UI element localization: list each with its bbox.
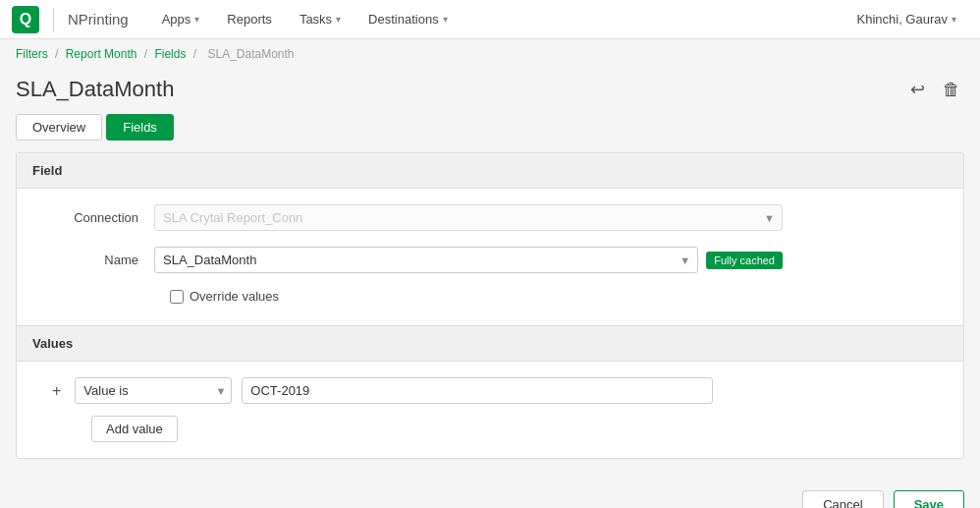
page-header: SLA_DataMonth ↩ 🗑 [0,69,980,114]
user-arrow-icon: ▾ [952,14,956,25]
override-label: Override values [190,289,279,304]
connection-select[interactable]: SLA Crytal Report_Conn [154,204,783,231]
connection-row: Connection SLA Crytal Report_Conn ▼ [36,204,944,231]
tabs: Overview Fields [0,114,980,141]
user-menu[interactable]: Khinchi, Gaurav ▾ [845,12,969,27]
breadcrumb-filters[interactable]: Filters [16,47,48,61]
nav-tasks[interactable]: Tasks ▾ [286,0,354,38]
brand: Q NPrinting [12,6,129,33]
cancel-button[interactable]: Cancel [802,490,883,508]
breadcrumb: Filters / Report Month / Fields / SLA_Da… [0,39,980,69]
nav-apps[interactable]: Apps ▾ [148,0,214,38]
override-row: Override values [170,289,944,304]
add-value-button[interactable]: Add value [91,416,178,442]
value-input[interactable] [242,377,713,404]
tasks-arrow-icon: ▾ [336,14,341,25]
tab-fields[interactable]: Fields [106,114,174,141]
save-button[interactable]: Save [894,490,964,508]
back-icon: ↩ [910,79,925,100]
brand-divider [53,8,54,31]
value-condition-select[interactable]: Value is [75,377,232,404]
override-checkbox[interactable] [170,290,184,304]
breadcrumb-report-month[interactable]: Report Month [66,47,137,61]
connection-label: Connection [36,210,154,225]
tab-overview[interactable]: Overview [16,114,102,141]
values-body: + Value is ▼ Add value [17,362,963,458]
nav-items: Apps ▾ Reports Tasks ▾ Destinations ▾ [148,0,845,38]
values-section-header: Values [17,326,963,362]
apps-arrow-icon: ▾ [194,14,199,25]
name-label: Name [36,253,154,267]
destinations-arrow-icon: ▾ [443,14,448,25]
header-actions: ↩ 🗑 [906,75,964,104]
add-value-icon: + [52,382,61,400]
name-select-wrapper: SLA_DataMonth ▼ [154,247,698,273]
back-button[interactable]: ↩ [906,75,929,104]
nav-destinations[interactable]: Destinations ▾ [354,0,462,38]
field-section-header: Field [17,153,963,189]
cached-badge: Fully cached [706,252,783,269]
name-select[interactable]: SLA_DataMonth [154,247,698,273]
content-panel: Field Connection SLA Crytal Report_Conn … [16,152,964,459]
name-field-group: SLA_DataMonth ▼ Fully cached [154,247,783,273]
navbar: Q NPrinting Apps ▾ Reports Tasks ▾ Desti… [0,0,980,39]
footer-actions: Cancel Save [0,475,980,508]
qlik-icon: Q [12,6,39,33]
breadcrumb-current: SLA_DataMonth [207,47,294,61]
page-title: SLA_DataMonth [16,77,174,102]
qlik-logo: Q [12,6,39,33]
value-row: + Value is ▼ [36,377,944,404]
nav-reports[interactable]: Reports [213,0,286,38]
delete-button[interactable]: 🗑 [939,76,964,104]
name-row: Name SLA_DataMonth ▼ Fully cached [36,247,944,273]
connection-select-wrapper: SLA Crytal Report_Conn ▼ [154,204,783,231]
delete-icon: 🗑 [943,80,960,100]
field-form: Connection SLA Crytal Report_Conn ▼ Name… [17,189,963,325]
breadcrumb-fields[interactable]: Fields [154,47,186,61]
value-condition-wrapper: Value is ▼ [75,377,232,404]
values-section: Values + Value is ▼ Add value [17,325,963,458]
brand-name: NPrinting [68,11,129,28]
